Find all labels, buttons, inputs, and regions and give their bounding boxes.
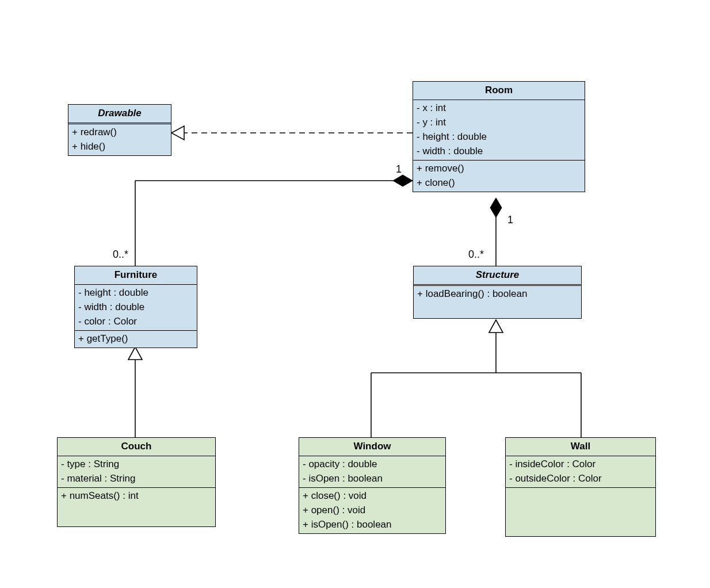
class-couch: Couch - type : String - material : Strin… — [57, 437, 216, 527]
generalization-arrowhead-icon — [489, 320, 503, 333]
attr-row: - height : double — [417, 130, 581, 144]
composition-diamond-icon — [393, 175, 413, 186]
composition-diamond-icon — [490, 198, 502, 217]
class-furniture: Furniture - height : double - width : do… — [74, 266, 197, 348]
class-attributes: - x : int - y : int - height : double - … — [413, 100, 585, 161]
multiplicity-label: 1 — [507, 214, 513, 226]
class-attributes: - height : double - width : double - col… — [75, 285, 197, 331]
class-title: Structure — [414, 266, 581, 286]
attr-row: - opacity : double — [303, 457, 442, 472]
class-operations: + numSeats() : int — [58, 488, 215, 526]
attr-row: - width : double — [78, 300, 193, 315]
class-title: Window — [299, 438, 445, 456]
class-title: Couch — [58, 438, 215, 456]
attr-row: - outsideColor : Color — [509, 472, 652, 486]
attr-row: - width : double — [417, 144, 581, 159]
op-row: + isOpen() : boolean — [303, 518, 442, 532]
generalization-arrowhead-icon — [128, 347, 142, 360]
class-attributes: - opacity : double - isOpen : boolean — [299, 456, 445, 488]
class-operations: + loadBearing() : boolean — [414, 286, 581, 318]
multiplicity-label: 1 — [396, 163, 402, 175]
op-row: + close() : void — [303, 489, 442, 503]
class-title: Drawable — [68, 105, 171, 124]
class-window: Window - opacity : double - isOpen : boo… — [299, 437, 446, 534]
class-wall: Wall - insideColor : Color - outsideColo… — [505, 437, 656, 537]
op-row: + open() : void — [303, 503, 442, 518]
attr-row: - material : String — [61, 472, 212, 486]
multiplicity-label: 0..* — [468, 249, 484, 261]
op-row: + numSeats() : int — [61, 489, 212, 503]
attr-row: - height : double — [78, 286, 193, 300]
attr-row: - insideColor : Color — [509, 457, 652, 472]
class-operations: + remove() + clone() — [413, 161, 585, 192]
multiplicity-label: 0..* — [113, 249, 128, 261]
op-row: + clone() — [417, 176, 581, 190]
op-row: + getType() — [78, 332, 193, 346]
class-drawable: Drawable + redraw() + hide() — [68, 104, 171, 156]
class-attributes: - type : String - material : String — [58, 456, 215, 488]
class-title: Room — [413, 82, 585, 100]
attr-row: - color : Color — [78, 315, 193, 329]
class-structure: Structure + loadBearing() : boolean — [413, 266, 582, 319]
class-operations: + redraw() + hide() — [68, 124, 171, 155]
op-row: + redraw() — [72, 125, 167, 140]
attr-row: - type : String — [61, 457, 212, 472]
class-operations — [506, 488, 655, 536]
realization-arrowhead-icon — [171, 126, 184, 140]
op-row: + remove() — [417, 162, 581, 176]
class-operations: + getType() — [75, 331, 197, 348]
class-title: Wall — [506, 438, 655, 456]
class-operations: + close() : void + open() : void + isOpe… — [299, 488, 445, 533]
attr-row: - isOpen : boolean — [303, 472, 442, 486]
class-attributes: - insideColor : Color - outsideColor : C… — [506, 456, 655, 488]
attr-row: - y : int — [417, 116, 581, 130]
class-title: Furniture — [75, 266, 197, 285]
op-row: + loadBearing() : boolean — [417, 287, 578, 301]
attr-row: - x : int — [417, 101, 581, 116]
op-row: + hide() — [72, 140, 167, 154]
class-room: Room - x : int - y : int - height : doub… — [413, 81, 585, 192]
